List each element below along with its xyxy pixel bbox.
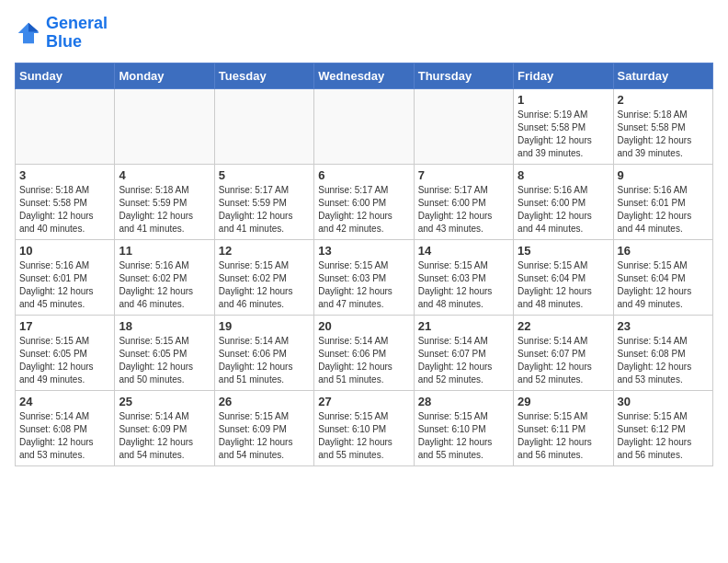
day-number: 13 — [318, 244, 409, 258]
calendar-cell — [115, 88, 214, 164]
calendar-table: SundayMondayTuesdayWednesdayThursdayFrid… — [15, 63, 713, 466]
day-number: 5 — [219, 168, 310, 182]
day-number: 9 — [618, 168, 709, 182]
day-info: Sunrise: 5:15 AM Sunset: 6:05 PM Dayligh… — [19, 335, 110, 386]
day-info: Sunrise: 5:14 AM Sunset: 6:07 PM Dayligh… — [418, 335, 509, 386]
day-info: Sunrise: 5:15 AM Sunset: 6:11 PM Dayligh… — [518, 410, 609, 462]
calendar-cell: 29Sunrise: 5:15 AM Sunset: 6:11 PM Dayli… — [514, 390, 613, 465]
logo-icon — [15, 19, 42, 47]
calendar-cell: 26Sunrise: 5:15 AM Sunset: 6:09 PM Dayli… — [214, 390, 313, 465]
day-info: Sunrise: 5:17 AM Sunset: 6:00 PM Dayligh… — [318, 184, 409, 236]
day-header-wednesday: Wednesday — [314, 63, 414, 88]
calendar-cell: 5Sunrise: 5:17 AM Sunset: 5:59 PM Daylig… — [214, 164, 313, 239]
calendar-cell: 23Sunrise: 5:14 AM Sunset: 6:08 PM Dayli… — [613, 315, 712, 390]
day-info: Sunrise: 5:15 AM Sunset: 6:04 PM Dayligh… — [618, 259, 709, 311]
calendar-cell — [414, 88, 513, 164]
calendar-cell: 17Sunrise: 5:15 AM Sunset: 6:05 PM Dayli… — [16, 315, 115, 390]
svg-marker-1 — [28, 23, 39, 32]
day-header-tuesday: Tuesday — [214, 63, 313, 88]
calendar-cell: 15Sunrise: 5:15 AM Sunset: 6:04 PM Dayli… — [514, 239, 613, 315]
day-number: 15 — [518, 244, 609, 258]
day-info: Sunrise: 5:18 AM Sunset: 5:58 PM Dayligh… — [19, 184, 110, 236]
calendar-cell: 14Sunrise: 5:15 AM Sunset: 6:03 PM Dayli… — [414, 239, 513, 315]
logo-text: General Blue — [46, 15, 108, 52]
calendar-cell: 18Sunrise: 5:15 AM Sunset: 6:05 PM Dayli… — [115, 315, 214, 390]
calendar-cell: 11Sunrise: 5:16 AM Sunset: 6:02 PM Dayli… — [115, 239, 214, 315]
day-number: 25 — [119, 395, 210, 408]
day-info: Sunrise: 5:15 AM Sunset: 6:05 PM Dayligh… — [119, 335, 210, 386]
calendar-cell: 30Sunrise: 5:15 AM Sunset: 6:12 PM Dayli… — [613, 390, 712, 465]
calendar-cell: 7Sunrise: 5:17 AM Sunset: 6:00 PM Daylig… — [414, 164, 513, 239]
day-info: Sunrise: 5:15 AM Sunset: 6:03 PM Dayligh… — [318, 259, 409, 311]
calendar-cell: 21Sunrise: 5:14 AM Sunset: 6:07 PM Dayli… — [414, 315, 513, 390]
page-header: General Blue — [15, 15, 713, 52]
day-info: Sunrise: 5:15 AM Sunset: 6:09 PM Dayligh… — [219, 410, 310, 462]
day-info: Sunrise: 5:14 AM Sunset: 6:06 PM Dayligh… — [318, 335, 409, 386]
day-info: Sunrise: 5:17 AM Sunset: 6:00 PM Dayligh… — [418, 184, 509, 236]
day-number: 1 — [518, 93, 609, 107]
day-number: 16 — [618, 244, 709, 258]
day-number: 30 — [618, 395, 709, 408]
day-number: 23 — [618, 319, 709, 333]
day-info: Sunrise: 5:18 AM Sunset: 5:59 PM Dayligh… — [119, 184, 210, 236]
calendar-week-row: 10Sunrise: 5:16 AM Sunset: 6:01 PM Dayli… — [16, 239, 713, 315]
day-number: 22 — [518, 319, 609, 333]
day-header-friday: Friday — [514, 63, 613, 88]
day-info: Sunrise: 5:14 AM Sunset: 6:06 PM Dayligh… — [219, 335, 310, 386]
day-number: 19 — [219, 319, 310, 333]
calendar-cell: 16Sunrise: 5:15 AM Sunset: 6:04 PM Dayli… — [613, 239, 712, 315]
calendar-cell: 3Sunrise: 5:18 AM Sunset: 5:58 PM Daylig… — [16, 164, 115, 239]
day-number: 14 — [418, 244, 509, 258]
day-number: 24 — [19, 395, 110, 408]
day-number: 21 — [418, 319, 509, 333]
day-info: Sunrise: 5:16 AM Sunset: 6:01 PM Dayligh… — [19, 259, 110, 311]
calendar-cell: 2Sunrise: 5:18 AM Sunset: 5:58 PM Daylig… — [613, 88, 712, 164]
day-number: 10 — [19, 244, 110, 258]
day-info: Sunrise: 5:15 AM Sunset: 6:03 PM Dayligh… — [418, 259, 509, 311]
day-number: 12 — [219, 244, 310, 258]
calendar-week-row: 3Sunrise: 5:18 AM Sunset: 5:58 PM Daylig… — [16, 164, 713, 239]
day-info: Sunrise: 5:15 AM Sunset: 6:10 PM Dayligh… — [418, 410, 509, 462]
day-info: Sunrise: 5:14 AM Sunset: 6:08 PM Dayligh… — [19, 410, 110, 462]
calendar-cell — [314, 88, 414, 164]
calendar-cell: 10Sunrise: 5:16 AM Sunset: 6:01 PM Dayli… — [16, 239, 115, 315]
day-number: 8 — [518, 168, 609, 182]
day-number: 28 — [418, 395, 509, 408]
day-number: 17 — [19, 319, 110, 333]
calendar-week-row: 1Sunrise: 5:19 AM Sunset: 5:58 PM Daylig… — [16, 88, 713, 164]
day-info: Sunrise: 5:17 AM Sunset: 5:59 PM Dayligh… — [219, 184, 310, 236]
day-number: 29 — [518, 395, 609, 408]
day-number: 20 — [318, 319, 409, 333]
day-number: 2 — [618, 93, 709, 107]
day-number: 11 — [119, 244, 210, 258]
calendar-cell — [16, 88, 115, 164]
calendar-cell: 24Sunrise: 5:14 AM Sunset: 6:08 PM Dayli… — [16, 390, 115, 465]
day-info: Sunrise: 5:15 AM Sunset: 6:02 PM Dayligh… — [219, 259, 310, 311]
calendar-week-row: 17Sunrise: 5:15 AM Sunset: 6:05 PM Dayli… — [16, 315, 713, 390]
calendar-cell: 20Sunrise: 5:14 AM Sunset: 6:06 PM Dayli… — [314, 315, 414, 390]
day-info: Sunrise: 5:18 AM Sunset: 5:58 PM Dayligh… — [618, 109, 709, 160]
logo: General Blue — [15, 15, 108, 52]
day-number: 3 — [19, 168, 110, 182]
day-number: 4 — [119, 168, 210, 182]
day-number: 6 — [318, 168, 409, 182]
day-info: Sunrise: 5:15 AM Sunset: 6:12 PM Dayligh… — [618, 410, 709, 462]
day-header-sunday: Sunday — [16, 63, 115, 88]
calendar-cell: 9Sunrise: 5:16 AM Sunset: 6:01 PM Daylig… — [613, 164, 712, 239]
day-info: Sunrise: 5:16 AM Sunset: 6:00 PM Dayligh… — [518, 184, 609, 236]
calendar-cell — [214, 88, 313, 164]
day-info: Sunrise: 5:16 AM Sunset: 6:01 PM Dayligh… — [618, 184, 709, 236]
day-info: Sunrise: 5:19 AM Sunset: 5:58 PM Dayligh… — [518, 109, 609, 160]
day-info: Sunrise: 5:15 AM Sunset: 6:10 PM Dayligh… — [318, 410, 409, 462]
day-info: Sunrise: 5:15 AM Sunset: 6:04 PM Dayligh… — [518, 259, 609, 311]
calendar-cell: 25Sunrise: 5:14 AM Sunset: 6:09 PM Dayli… — [115, 390, 214, 465]
calendar-cell: 4Sunrise: 5:18 AM Sunset: 5:59 PM Daylig… — [115, 164, 214, 239]
day-info: Sunrise: 5:14 AM Sunset: 6:09 PM Dayligh… — [119, 410, 210, 462]
day-header-thursday: Thursday — [414, 63, 513, 88]
calendar-cell: 6Sunrise: 5:17 AM Sunset: 6:00 PM Daylig… — [314, 164, 414, 239]
calendar-cell: 22Sunrise: 5:14 AM Sunset: 6:07 PM Dayli… — [514, 315, 613, 390]
calendar-cell: 13Sunrise: 5:15 AM Sunset: 6:03 PM Dayli… — [314, 239, 414, 315]
calendar-cell: 19Sunrise: 5:14 AM Sunset: 6:06 PM Dayli… — [214, 315, 313, 390]
day-header-monday: Monday — [115, 63, 214, 88]
calendar-week-row: 24Sunrise: 5:14 AM Sunset: 6:08 PM Dayli… — [16, 390, 713, 465]
